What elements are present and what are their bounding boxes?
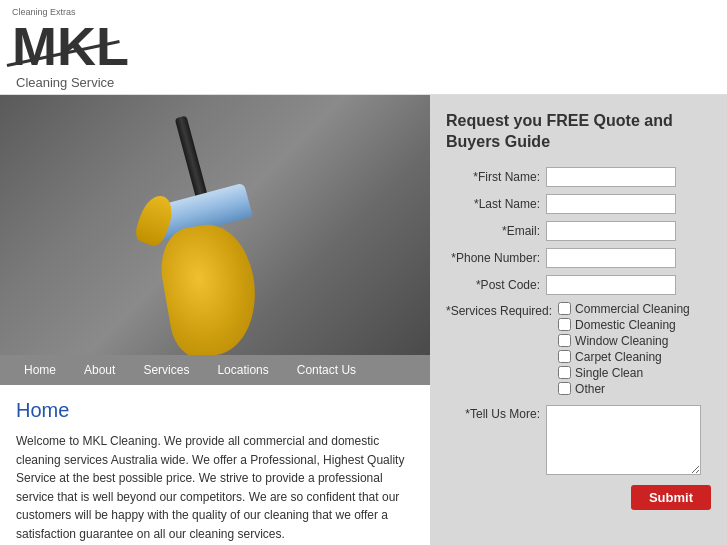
main-wrapper: Home About Services Locations Contact Us… [0,95,727,545]
checkbox-domestic[interactable] [558,318,571,331]
checkbox-commercial[interactable] [558,302,571,315]
service-carpet-label: Carpet Cleaning [575,350,662,364]
service-domestic[interactable]: Domestic Cleaning [558,318,690,332]
postcode-row: *Post Code: [446,275,711,295]
first-name-row: *First Name: [446,167,711,187]
last-name-input[interactable] [546,194,676,214]
hero-image [0,95,430,355]
email-row: *Email: [446,221,711,241]
logo-subtitle: Cleaning Service [12,75,129,90]
checkbox-other[interactable] [558,382,571,395]
glove-hand-icon [154,218,265,355]
nav-home[interactable]: Home [10,363,70,377]
tell-more-textarea[interactable] [546,405,701,475]
nav-locations[interactable]: Locations [203,363,282,377]
header: Cleaning Extras MKL Cleaning Service [0,0,727,95]
content-para-1: Welcome to MKL Cleaning. We provide all … [16,432,414,544]
form-title: Request you FREE Quote and Buyers Guide [446,111,711,153]
service-other-label: Other [575,382,605,396]
submit-button[interactable]: Submit [631,485,711,510]
services-checkboxes: Commercial Cleaning Domestic Cleaning Wi… [558,302,690,398]
tell-more-row: *Tell Us More: [446,405,711,475]
services-row: *Services Required: Commercial Cleaning … [446,302,711,398]
navbar: Home About Services Locations Contact Us [0,355,430,385]
nav-services[interactable]: Services [129,363,203,377]
checkbox-window[interactable] [558,334,571,347]
content-area: Home Welcome to MKL Cleaning. We provide… [0,385,430,545]
service-window-label: Window Cleaning [575,334,668,348]
checkbox-carpet[interactable] [558,350,571,363]
phone-input[interactable] [546,248,676,268]
first-name-input[interactable] [546,167,676,187]
first-name-label: *First Name: [446,170,546,184]
content-title: Home [16,399,414,422]
email-label: *Email: [446,224,546,238]
service-carpet[interactable]: Carpet Cleaning [558,350,690,364]
checkbox-single[interactable] [558,366,571,379]
left-side: Home About Services Locations Contact Us… [0,95,430,545]
service-commercial[interactable]: Commercial Cleaning [558,302,690,316]
service-domestic-label: Domestic Cleaning [575,318,676,332]
nav-contact[interactable]: Contact Us [283,363,370,377]
last-name-row: *Last Name: [446,194,711,214]
nav-about[interactable]: About [70,363,129,377]
logo-area: Cleaning Extras MKL Cleaning Service [12,7,129,90]
service-single-label: Single Clean [575,366,643,380]
tell-more-label: *Tell Us More: [446,405,546,421]
submit-row: Submit [446,485,711,510]
logo-letters: MKL [12,19,129,73]
postcode-input[interactable] [546,275,676,295]
content-text: Welcome to MKL Cleaning. We provide all … [16,432,414,545]
phone-row: *Phone Number: [446,248,711,268]
service-commercial-label: Commercial Cleaning [575,302,690,316]
email-input[interactable] [546,221,676,241]
services-label: *Services Required: [446,302,558,318]
logo-container: MKL [12,19,129,73]
quote-form-panel: Request you FREE Quote and Buyers Guide … [430,95,727,545]
service-window[interactable]: Window Cleaning [558,334,690,348]
postcode-label: *Post Code: [446,278,546,292]
service-other[interactable]: Other [558,382,690,396]
phone-label: *Phone Number: [446,251,546,265]
service-single[interactable]: Single Clean [558,366,690,380]
logo-tagline: Cleaning Extras [12,7,129,17]
last-name-label: *Last Name: [446,197,546,211]
